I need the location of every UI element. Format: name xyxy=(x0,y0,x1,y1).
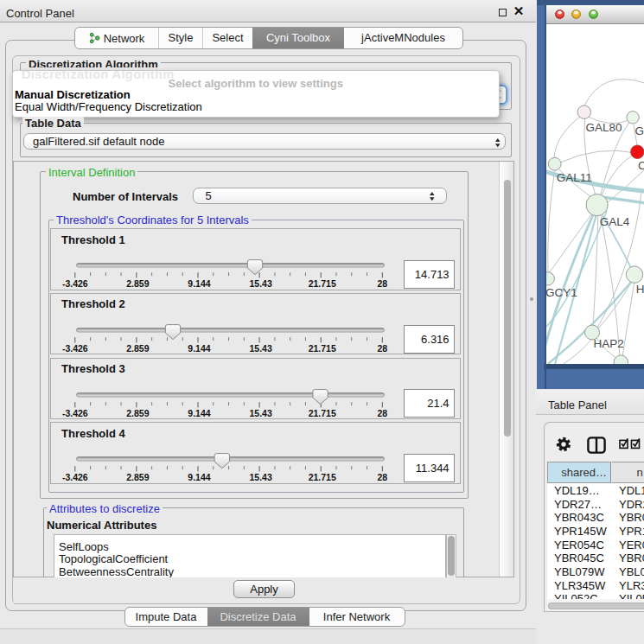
svg-text:GAL80: GAL80 xyxy=(585,121,622,134)
svg-text:C: C xyxy=(637,159,644,172)
svg-text:15.43: 15.43 xyxy=(249,472,271,482)
svg-text:21.715: 21.715 xyxy=(309,472,336,482)
svg-text:2.859: 2.859 xyxy=(126,472,149,482)
svg-text:28: 28 xyxy=(377,472,387,482)
svg-text:21.715: 21.715 xyxy=(309,343,336,354)
svg-text:GAL11: GAL11 xyxy=(556,171,591,184)
svg-text:9.144: 9.144 xyxy=(188,408,210,418)
svg-text:2.859: 2.859 xyxy=(126,408,149,418)
svg-text:9.144: 9.144 xyxy=(188,278,210,289)
svg-text:H: H xyxy=(635,282,644,295)
svg-text:9.144: 9.144 xyxy=(188,343,210,354)
svg-text:GCY1: GCY1 xyxy=(546,286,577,299)
svg-text:GAL4: GAL4 xyxy=(599,215,629,228)
svg-text:2.859: 2.859 xyxy=(126,278,149,289)
svg-text:G.: G. xyxy=(634,124,644,137)
svg-text:HAP2: HAP2 xyxy=(593,337,623,350)
svg-text:28: 28 xyxy=(377,343,387,354)
svg-text:15.43: 15.43 xyxy=(249,343,271,354)
svg-text:-3.426: -3.426 xyxy=(62,408,88,418)
svg-text:15.43: 15.43 xyxy=(249,278,271,289)
svg-text:2.859: 2.859 xyxy=(126,343,149,354)
svg-text:21.715: 21.715 xyxy=(309,408,336,418)
svg-text:9.144: 9.144 xyxy=(188,472,210,482)
svg-text:-3.426: -3.426 xyxy=(62,472,88,482)
svg-text:-3.426: -3.426 xyxy=(62,278,88,289)
svg-text:28: 28 xyxy=(377,278,387,289)
svg-text:21.715: 21.715 xyxy=(309,278,336,289)
svg-text:-3.426: -3.426 xyxy=(62,343,88,354)
svg-text:15.43: 15.43 xyxy=(249,408,271,418)
svg-text:28: 28 xyxy=(377,408,387,418)
